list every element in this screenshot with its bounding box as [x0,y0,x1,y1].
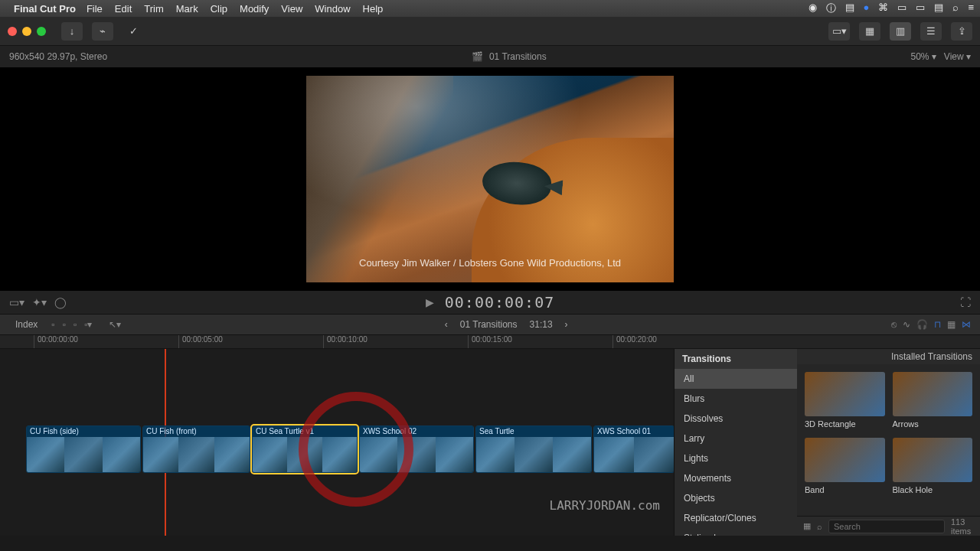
window-zoom-button[interactable] [37,27,46,36]
transition-category[interactable]: Movements [675,468,797,488]
transition-category[interactable]: Objects [675,488,797,508]
window-minimize-button[interactable] [22,27,31,36]
transition-label: 3D Rectangle [805,419,885,429]
fullscreen-button[interactable]: ⛶ [960,296,971,308]
transition-item[interactable]: 3D Rectangle [805,372,885,429]
snapping-button[interactable]: ⊓ [934,319,941,330]
enhance-tool-button[interactable]: ◯ [54,296,67,308]
connect-clip-button[interactable]: ▫ [51,319,54,330]
timeline-clip[interactable]: CU Sea Turtle v1 [252,425,358,473]
insert-clip-button[interactable]: ▫ [63,319,66,330]
prev-edit-button[interactable]: ‹ [445,319,448,330]
timecode-display[interactable]: 00:00:00:07 [445,293,554,311]
browser-view-button[interactable]: ▦ [859,22,880,41]
status-icon[interactable]: ▭ [916,2,925,15]
transition-category[interactable]: Replicator/Clones [675,508,797,528]
menu-extras-icon[interactable]: ≡ [968,2,974,15]
timeline-clip[interactable]: XWS School 01 [593,425,674,473]
keyword-button[interactable]: ⌁ [92,22,113,41]
installed-transitions-label: Installed Transitions [797,349,980,364]
transitions-browser-button[interactable]: ⋈ [962,319,971,330]
overwrite-clip-button[interactable]: ▫▾ [84,319,92,330]
clapper-icon: 🎬 [472,51,483,62]
transition-label: Band [805,485,885,494]
view-dropdown[interactable]: View ▾ [944,51,971,62]
audio-skim-button[interactable]: ∿ [903,319,910,330]
transitions-search-input[interactable] [828,520,945,533]
inspector-button[interactable]: ☰ [920,22,942,41]
layout-button[interactable]: ▭▾ [828,22,850,41]
import-button[interactable]: ↓ [61,22,83,41]
watermark: LARRYJORDAN.com [550,498,661,513]
timeline-clip[interactable]: Sea Turtle [475,425,592,473]
zoom-dropdown[interactable]: 50% ▾ [910,51,936,62]
grid-view-button[interactable]: ▦ [803,521,811,531]
clip-label: CU Sea Turtle v1 [253,426,357,437]
clip-label: XWS School 01 [594,426,674,437]
viewer-project-name: 01 Transitions [489,51,547,62]
transition-item[interactable]: Band [805,438,885,494]
timeline-duration: 31:13 [530,319,553,330]
ruler-tick: 00:00:20:00 [612,335,657,348]
search-icon: ⌕ [817,522,822,531]
effects-browser-button[interactable]: ▦ [947,319,956,330]
transform-tool-dropdown[interactable]: ▭▾ [9,296,24,308]
ruler-tick: 00:00:10:00 [323,335,368,348]
append-clip-button[interactable]: ▫ [74,319,77,330]
status-icon[interactable]: ◉ [808,2,817,15]
transition-category[interactable]: All [675,369,797,389]
menu-help[interactable]: Help [363,3,384,15]
next-edit-button[interactable]: › [565,319,568,330]
transition-category[interactable]: Blurs [675,389,797,409]
select-tool-dropdown[interactable]: ↖▾ [109,319,121,330]
clip-label: XWS School 02 [360,426,473,437]
clip-label: Sea Turtle [476,426,591,437]
status-icon[interactable]: ● [864,2,870,15]
solo-button[interactable]: 🎧 [916,319,928,330]
transition-label: Black Hole [893,485,973,494]
menu-edit[interactable]: Edit [115,3,132,15]
background-tasks-button[interactable]: ✓ [122,22,144,41]
timeline-view-button[interactable]: ▥ [890,22,911,41]
menu-view[interactable]: View [281,3,302,15]
window-close-button[interactable] [8,27,17,36]
menu-mark[interactable]: Mark [176,3,198,15]
timeline-clip[interactable]: CU Fish (side) [26,425,141,473]
menu-window[interactable]: Window [315,3,350,15]
format-label: 960x540 29.97p, Stereo [9,51,107,62]
status-icon[interactable]: ⓘ [826,2,836,15]
timeline-ruler[interactable]: 00:00:00:0000:00:05:0000:00:10:0000:00:1… [0,335,980,349]
ruler-tick: 00:00:05:00 [178,335,223,348]
timeline-project-name: 01 Transitions [460,319,518,330]
transitions-header: Transitions [675,349,797,369]
timeline-index-button[interactable]: Index [9,318,44,331]
status-icon[interactable]: ⌘ [878,2,888,15]
spotlight-icon[interactable]: ⌕ [952,2,959,15]
menu-file[interactable]: File [87,3,103,15]
play-button[interactable]: ▶ [426,296,434,308]
ruler-tick: 00:00:00:00 [34,335,78,348]
transition-label: Arrows [893,419,973,429]
timeline-clip[interactable]: XWS School 02 [359,425,474,473]
transition-category[interactable]: Larry [675,429,797,448]
transition-category[interactable]: Stylized [675,528,797,536]
app-name[interactable]: Final Cut Pro [14,3,76,15]
clip-label: CU Fish (front) [143,426,250,437]
transition-category[interactable]: Lights [675,448,797,468]
menu-modify[interactable]: Modify [240,3,269,15]
timeline-clip[interactable]: CU Fish (front) [142,425,250,473]
share-button[interactable]: ⇪ [951,22,972,41]
transition-category[interactable]: Dissolves [675,409,797,429]
menu-trim[interactable]: Trim [144,3,164,15]
timeline[interactable]: CU Fish (side)CU Fish (front)CU Sea Turt… [0,349,674,536]
menu-clip[interactable]: Clip [211,3,227,15]
transition-item[interactable]: Arrows [893,372,973,429]
retime-tool-dropdown[interactable]: ✦▾ [32,296,47,308]
status-icon[interactable]: ▭ [897,2,906,15]
status-icon[interactable]: ▤ [845,2,854,15]
status-icon[interactable]: ▤ [934,2,943,15]
transition-item[interactable]: Black Hole [893,438,973,494]
skimming-button[interactable]: ⎋ [891,319,897,330]
viewer-canvas[interactable]: Courtesy Jim Walker / Lobsters Gone Wild… [306,76,674,282]
video-caption: Courtesy Jim Walker / Lobsters Gone Wild… [306,257,674,269]
